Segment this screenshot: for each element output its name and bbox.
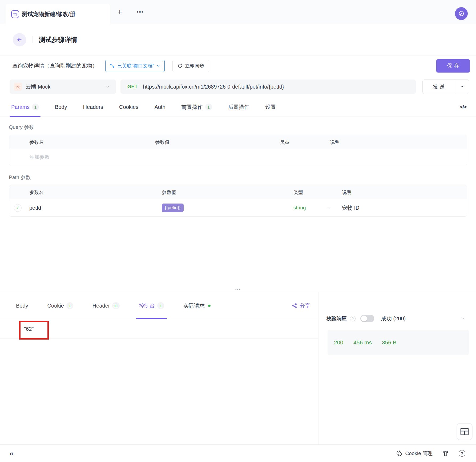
tab-label: 设置 (265, 103, 276, 111)
tab-console[interactable]: 控制台 1 (139, 292, 164, 319)
params-pane: Query 参数 参数名 参数值 类型 说明 添加参数 Path 参数 参数名 … (0, 124, 476, 217)
request-header-row: 查询宠物详情（查询刚刚建的宠物） 已关联“接口文档” 立即同步 保 存 (0, 55, 476, 76)
link-icon (110, 63, 115, 68)
code-view-icon[interactable]: </> (460, 104, 466, 110)
response-time: 456 ms (353, 339, 372, 346)
tab-response-cookie[interactable]: Cookie 1 (47, 292, 73, 319)
sync-now-label: 立即同步 (185, 63, 204, 69)
tab-label: 实际请求 (183, 302, 205, 309)
help-icon[interactable]: ? (459, 450, 465, 457)
linked-doc-button[interactable]: 已关联“接口文档” (105, 60, 165, 72)
environment-select[interactable]: 云 云端 Mock (10, 79, 116, 94)
param-type-select[interactable]: string (293, 205, 342, 211)
theme-tshirt-icon[interactable] (442, 450, 449, 457)
count-badge: 1 (32, 103, 39, 110)
tab-test-case[interactable]: TS 测试宠物新建/修改/册 (6, 4, 110, 25)
col-name: 参数名 (9, 139, 155, 145)
variable-badge[interactable]: {{petid}} (162, 204, 184, 212)
tab-post-operations[interactable]: 后置操作 (228, 97, 249, 117)
tab-headers[interactable]: Headers (83, 97, 103, 117)
validate-response-row: 校验响应 ? 成功 (200) (318, 311, 476, 326)
url-value: https://mock.apifox.cn/m1/2689726-0-defa… (143, 84, 284, 90)
toggle-knob (361, 316, 367, 321)
tab-label: 后置操作 (228, 103, 249, 111)
path-params-table: 参数名 参数值 类型 说明 ✓ petId {{petid}} string 宠… (9, 185, 467, 217)
send-split-button: 发 送 (422, 79, 469, 94)
cookie-icon (396, 450, 403, 457)
count-badge: 1 (205, 103, 212, 110)
response-size: 356 B (382, 339, 397, 346)
col-type: 类型 (293, 189, 342, 196)
tab-label: Body (16, 303, 28, 309)
share-label: 分享 (300, 302, 310, 309)
save-button[interactable]: 保 存 (436, 59, 470, 73)
col-type: 类型 (280, 139, 330, 145)
tab-settings[interactable]: 设置 (265, 97, 276, 117)
request-tabs: Params 1 Body Headers Cookies Auth 前置操作 … (0, 97, 476, 117)
layout-switch-button[interactable] (457, 423, 473, 440)
new-tab-button[interactable]: + (117, 8, 122, 16)
tab-body[interactable]: Body (55, 97, 67, 117)
count-badge: 1 (66, 302, 73, 309)
cookie-manage-button[interactable]: Cookie 管理 (396, 450, 433, 457)
sync-status-button[interactable] (455, 7, 468, 20)
test-scenario-icon: TS (11, 10, 19, 18)
send-button[interactable]: 发 送 (423, 80, 455, 94)
linked-doc-label: 已关联“接口文档” (117, 63, 154, 69)
tab-params[interactable]: Params 1 (11, 97, 39, 117)
param-name[interactable]: petId (29, 205, 41, 211)
tab-more-menu[interactable]: ⋯ (136, 9, 144, 15)
tab-title: 测试宠物新建/修改/册 (22, 10, 75, 18)
chevron-down-icon (156, 64, 160, 68)
param-desc[interactable]: 宠物 ID (342, 204, 467, 212)
request-url-row: 云 云端 Mock GET https://mock.apifox.cn/m1/… (0, 76, 476, 97)
request-name[interactable]: 查询宠物详情（查询刚刚建的宠物） (12, 62, 98, 69)
response-left-panel: Body Cookie 1 Header 11 控制台 1 实际请求 (0, 292, 318, 444)
tab-auth[interactable]: Auth (154, 97, 165, 117)
tab-response-body[interactable]: Body (16, 292, 28, 319)
layout-icon (460, 428, 469, 435)
col-value: 参数值 (155, 139, 280, 145)
page-header: 测试步骤详情 (0, 24, 476, 55)
table-header-row: 参数名 参数值 类型 说明 (9, 185, 467, 199)
tab-label: Headers (83, 104, 103, 110)
chevron-down-icon (327, 206, 331, 210)
count-badge: 1 (157, 302, 164, 309)
tab-label: Cookie (47, 303, 64, 309)
tab-cookies[interactable]: Cookies (119, 97, 138, 117)
response-status-label: 成功 (200) (381, 315, 406, 322)
enabled-check-icon[interactable]: ✓ (14, 204, 22, 212)
validate-toggle[interactable] (360, 315, 374, 322)
tab-label: Cookies (119, 104, 138, 110)
back-button[interactable] (13, 33, 26, 46)
query-params-title: Query 参数 (9, 124, 467, 131)
table-row: ✓ petId {{petid}} string 宠物 ID (9, 199, 467, 216)
panel-drag-handle[interactable]: ••• (235, 287, 241, 291)
url-input[interactable]: GET https://mock.apifox.cn/m1/2689726-0-… (120, 79, 416, 94)
add-param-row[interactable]: 添加参数 (9, 149, 467, 165)
validate-response-label: 校验响应 (326, 315, 347, 322)
col-value: 参数值 (162, 189, 293, 196)
sync-now-button[interactable]: 立即同步 (172, 60, 209, 72)
share-icon (292, 303, 297, 308)
http-method-label: GET (127, 84, 138, 90)
param-type: string (293, 205, 306, 211)
divider (33, 36, 33, 43)
tab-pre-operations[interactable]: 前置操作 1 (181, 97, 212, 117)
red-highlight-box (19, 321, 49, 340)
help-icon[interactable]: ? (350, 316, 356, 321)
share-button[interactable]: 分享 (292, 302, 310, 309)
collapse-sidebar-icon[interactable]: « (10, 450, 13, 457)
cloud-env-icon: 云 (14, 83, 22, 91)
path-params-title: Path 参数 (9, 174, 467, 181)
sync-circle-icon (458, 10, 465, 17)
chevron-down-icon (105, 84, 110, 89)
chevron-down-icon[interactable] (460, 316, 465, 321)
status-code: 200 (334, 339, 343, 346)
col-desc: 说明 (330, 139, 467, 145)
status-dot (208, 305, 211, 307)
tab-response-header[interactable]: Header 11 (92, 292, 120, 319)
tab-actual-request[interactable]: 实际请求 (183, 292, 211, 319)
send-options-button[interactable] (455, 80, 469, 94)
tab-label: Auth (154, 104, 165, 110)
